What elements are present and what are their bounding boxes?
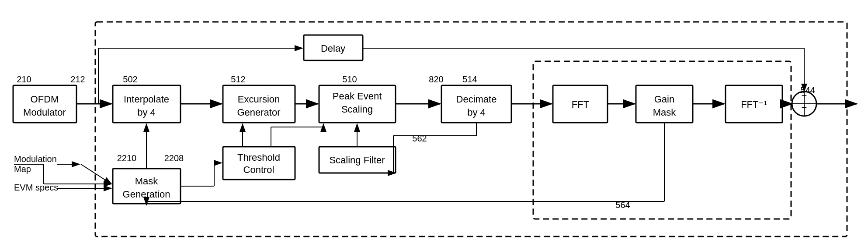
decimate-label1: Decimate xyxy=(456,94,497,105)
label-510: 510 xyxy=(342,74,357,84)
threshold-label1: Threshold xyxy=(237,152,280,163)
ofdm-label: OFDM xyxy=(31,94,59,105)
ofdm-label2: Modulator xyxy=(23,107,66,118)
gainmask-label1: Gain xyxy=(654,94,674,105)
ifft-label: FFT⁻¹ xyxy=(741,99,767,110)
block-diagram: OFDM Modulator Interpolate by 4 Excursio… xyxy=(0,0,868,247)
label-512: 512 xyxy=(231,74,245,84)
label-562: 562 xyxy=(412,134,427,143)
svg-rect-2 xyxy=(95,22,847,236)
excursion-label2: Generator xyxy=(237,107,280,118)
label-2210: 2210 xyxy=(117,153,137,163)
scalingfilter-label: Scaling Filter xyxy=(329,155,385,166)
fft-label: FFT xyxy=(572,99,589,110)
decimate-label2: by 4 xyxy=(467,107,486,118)
delay-label: Delay xyxy=(321,43,345,54)
label-502: 502 xyxy=(123,74,137,84)
peak-label1: Peak Event xyxy=(333,91,382,102)
interp-label2: by 4 xyxy=(137,107,156,118)
label-544: 544 xyxy=(800,85,815,95)
gainmask-label2: Mask xyxy=(653,107,677,118)
label-210: 210 xyxy=(17,74,31,84)
interp-label1: Interpolate xyxy=(124,94,169,105)
label-212: 212 xyxy=(70,74,85,84)
threshold-label2: Control xyxy=(243,164,274,175)
excursion-label1: Excursion xyxy=(238,94,280,105)
modmap-label: Modulation xyxy=(14,154,57,164)
peak-label2: Scaling xyxy=(341,104,373,115)
maskgen-label2: Generation xyxy=(123,189,170,200)
modmap-label2: Map xyxy=(14,164,31,174)
label-820: 820 xyxy=(429,74,443,84)
maskgen-label1: Mask xyxy=(135,176,159,187)
svg-line-46 xyxy=(81,164,111,184)
label-2208: 2208 xyxy=(164,153,184,163)
label-514: 514 xyxy=(462,74,477,84)
